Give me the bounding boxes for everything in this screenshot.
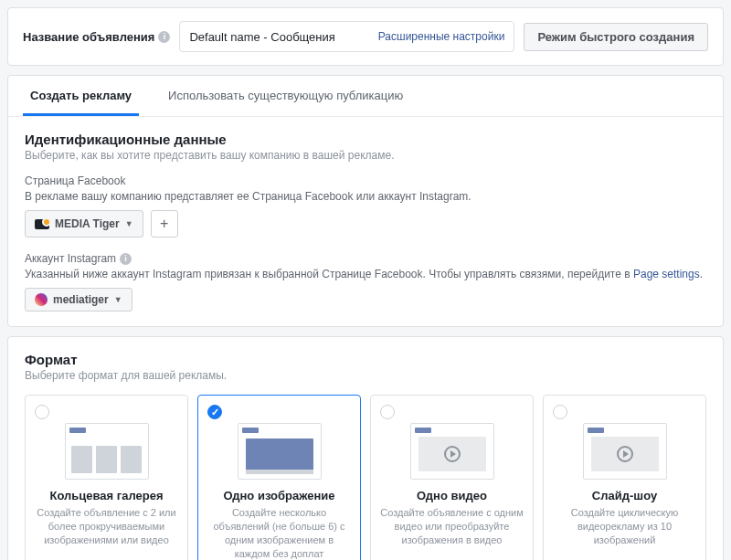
format-card-slideshow[interactable]: ✓ Слайд-шоу Создайте циклическую видеоре… [543, 395, 706, 560]
format-card-title: Слайд-шоу [592, 489, 657, 502]
ad-name-label-text: Название объявления [23, 30, 154, 44]
fb-page-selected-name: MEDIA Tiger [55, 217, 120, 230]
radio-icon: ✓ [553, 405, 567, 419]
info-icon: i [120, 253, 132, 265]
identity-subtitle: Выберите, как вы хотите представить вашу… [25, 149, 706, 162]
tab-existing-post[interactable]: Использовать существующую публикацию [161, 76, 410, 116]
format-card-title: Кольцевая галерея [50, 489, 164, 502]
quick-create-mode-button[interactable]: Режим быстрого создания [524, 23, 708, 51]
slideshow-thumb [583, 423, 667, 480]
identity-section: Идентификационные данные Выберите, как в… [8, 117, 723, 326]
identity-title: Идентификационные данные [25, 132, 706, 147]
format-cards: ✓ Кольцевая галерея Создайте объявление … [25, 395, 706, 560]
fb-page-help: В рекламе вашу компанию представляет ее … [25, 190, 706, 203]
ig-account-label: Аккаунт Instagram i [25, 252, 706, 265]
format-card-desc: Создайте несколько объявлений (не больше… [207, 506, 351, 560]
advanced-settings-link[interactable]: Расширенные настройки [378, 30, 505, 43]
chevron-down-icon: ▼ [125, 219, 133, 228]
format-card-title: Одно изображение [223, 489, 334, 502]
instagram-icon [35, 293, 48, 306]
format-card-single-image[interactable]: ✓ Одно изображение Создайте несколько об… [197, 395, 361, 560]
ad-name-input[interactable] [189, 30, 377, 44]
format-card-carousel[interactable]: ✓ Кольцевая галерея Создайте объявление … [25, 395, 188, 560]
fb-page-selector[interactable]: MEDIA Tiger ▼ [25, 210, 143, 238]
format-card-desc: Создайте циклическую видеорекламу из 10 … [553, 506, 696, 547]
video-thumb [410, 423, 494, 480]
format-title: Формат [25, 352, 706, 367]
carousel-thumb [65, 423, 149, 480]
ig-help-text: Указанный ниже аккаунт Instagram привяза… [25, 268, 633, 280]
radio-icon: ✓ [35, 405, 49, 419]
ig-account-help: Указанный ниже аккаунт Instagram привяза… [25, 268, 706, 280]
image-thumb [238, 423, 322, 480]
add-page-button[interactable]: + [151, 210, 178, 238]
format-card-desc: Создайте объявление с одним видео или пр… [380, 506, 524, 547]
ig-account-selected-name: mediatiger [53, 293, 109, 306]
radio-icon: ✓ [207, 405, 222, 419]
ad-name-label: Название объявления i [23, 30, 170, 44]
ad-name-input-wrap[interactable]: Расширенные настройки [179, 21, 514, 52]
tab-create-ad[interactable]: Создать рекламу [23, 76, 139, 116]
play-icon [617, 446, 633, 462]
radio-icon: ✓ [380, 405, 395, 419]
format-card-desc: Создайте объявление с 2 или более прокру… [35, 506, 178, 547]
fb-page-label: Страница Facebook [25, 174, 706, 187]
ig-account-label-text: Аккаунт Instagram [25, 252, 116, 265]
ad-mode-tabs: Создать рекламу Использовать существующу… [8, 76, 723, 117]
ig-account-selector[interactable]: mediatiger ▼ [25, 288, 132, 312]
format-section: Формат Выберите формат для вашей рекламы… [8, 337, 723, 560]
page-settings-link[interactable]: Page settings [633, 268, 700, 280]
chevron-down-icon: ▼ [114, 295, 122, 304]
format-subtitle: Выберите формат для вашей рекламы. [25, 369, 706, 382]
play-icon [444, 446, 461, 462]
page-icon [35, 219, 49, 229]
format-card-single-video[interactable]: ✓ Одно видео Создайте объявление с одним… [370, 395, 534, 560]
info-icon: i [158, 31, 170, 43]
format-card-title: Одно видео [417, 489, 487, 502]
